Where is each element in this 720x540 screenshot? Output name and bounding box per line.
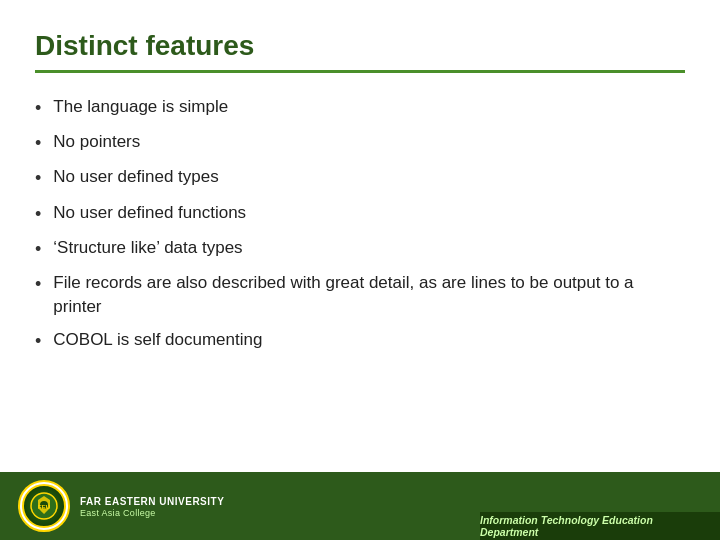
svg-text:FEU: FEU bbox=[38, 504, 50, 510]
logo-text-area: FAR EASTERN UNIVERSITY East Asia College bbox=[80, 495, 224, 518]
bullet-list: •The language is simple•No pointers•No u… bbox=[35, 95, 685, 354]
bullet-dot-icon: • bbox=[35, 131, 41, 156]
slide-title: Distinct features bbox=[35, 30, 685, 62]
bullet-item: •File records are also described with gr… bbox=[35, 271, 685, 319]
logo-inner: FEU bbox=[22, 484, 66, 528]
bullet-item: •‘Structure like’ data types bbox=[35, 236, 685, 262]
bullet-dot-icon: • bbox=[35, 272, 41, 297]
university-name: FAR EASTERN UNIVERSITY bbox=[80, 495, 224, 508]
bullet-item: •No pointers bbox=[35, 130, 685, 156]
footer-logo-area: FEU FAR EASTERN UNIVERSITY East Asia Col… bbox=[18, 480, 224, 532]
bullet-item: •COBOL is self documenting bbox=[35, 328, 685, 354]
bullet-item: •The language is simple bbox=[35, 95, 685, 121]
bullet-text: ‘Structure like’ data types bbox=[53, 236, 685, 260]
bullet-dot-icon: • bbox=[35, 96, 41, 121]
logo-svg-icon: FEU bbox=[30, 492, 58, 520]
bullet-dot-icon: • bbox=[35, 237, 41, 262]
bullet-item: •No user defined types bbox=[35, 165, 685, 191]
bullet-dot-icon: • bbox=[35, 166, 41, 191]
college-name: East Asia College bbox=[80, 508, 224, 518]
content-area: Distinct features •The language is simpl… bbox=[0, 0, 720, 472]
department-bar: Information Technology Education Departm… bbox=[480, 512, 720, 540]
bullet-text: No pointers bbox=[53, 130, 685, 154]
bullet-dot-icon: • bbox=[35, 329, 41, 354]
footer: FEU FAR EASTERN UNIVERSITY East Asia Col… bbox=[0, 472, 720, 540]
bullet-item: •No user defined functions bbox=[35, 201, 685, 227]
bullet-text: File records are also described with gre… bbox=[53, 271, 685, 319]
title-divider bbox=[35, 70, 685, 73]
department-name: Information Technology Education Departm… bbox=[480, 514, 708, 538]
university-logo: FEU bbox=[18, 480, 70, 532]
bullet-dot-icon: • bbox=[35, 202, 41, 227]
bullet-text: COBOL is self documenting bbox=[53, 328, 685, 352]
bullet-text: No user defined types bbox=[53, 165, 685, 189]
bullet-text: No user defined functions bbox=[53, 201, 685, 225]
slide: Distinct features •The language is simpl… bbox=[0, 0, 720, 540]
bullet-text: The language is simple bbox=[53, 95, 685, 119]
